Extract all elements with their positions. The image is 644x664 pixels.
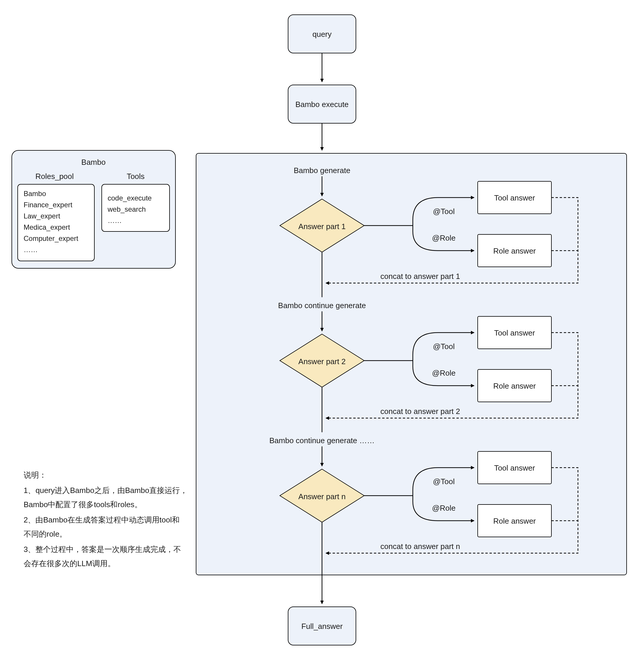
tool-item-0: code_execute: [108, 194, 151, 202]
at-role-label-n: @Role: [432, 504, 456, 513]
concat-label-n: concat to answer part n: [380, 542, 460, 551]
main-panel: [196, 153, 627, 575]
tool-item-2: ……: [108, 216, 122, 224]
flowchart-diagram: query Bambo execute Bambo generate Answe…: [0, 0, 644, 664]
bambo-generate-label-2: Bambo continue generate: [278, 301, 366, 310]
full-answer-label: Full_answer: [302, 622, 343, 631]
explanation-title: 说明：: [24, 471, 47, 479]
at-role-label-1: @Role: [432, 233, 456, 242]
role-answer-label-n: Role answer: [493, 517, 536, 525]
concat-label-2: concat to answer part 2: [380, 407, 460, 416]
tool-answer-label-2: Tool answer: [494, 329, 535, 337]
explanation-line2: 2、由Bambo在生成答案过程中动态调用tool和: [24, 515, 180, 524]
bambo-title: Bambo: [81, 158, 106, 167]
explanation-line3b: 会存在很多次的LLM调用。: [24, 559, 115, 568]
bambo-generate-label-n: Bambo continue generate ……: [270, 436, 375, 445]
tool-item-1: web_search: [107, 205, 146, 213]
role-item-3: Medica_expert: [24, 223, 70, 231]
roles-pool-title: Roles_pool: [35, 172, 74, 181]
explanation-line1b: Bambo中配置了很多tools和roles。: [24, 500, 142, 509]
at-tool-label-n: @Tool: [433, 477, 455, 486]
bambo-generate-label-1: Bambo generate: [294, 166, 350, 175]
role-answer-label-1: Role answer: [493, 247, 536, 255]
answer-part-n-label: Answer part n: [298, 492, 346, 501]
role-item-4: Computer_expert: [24, 234, 79, 242]
tool-answer-label-n: Tool answer: [494, 463, 535, 472]
at-tool-label-1: @Tool: [433, 207, 455, 216]
at-role-label-2: @Role: [432, 369, 456, 377]
role-item-0: Bambo: [24, 190, 46, 198]
concat-label-1: concat to answer part 1: [380, 272, 460, 281]
explanation-line2b: 不同的role。: [24, 530, 67, 538]
query-label: query: [312, 30, 331, 39]
tools-title: Tools: [127, 172, 145, 181]
at-tool-label-2: @Tool: [433, 342, 455, 351]
role-answer-label-2: Role answer: [493, 381, 536, 390]
answer-part-1-label: Answer part 1: [298, 222, 346, 231]
tool-answer-label-1: Tool answer: [494, 193, 535, 202]
role-item-2: Law_expert: [24, 212, 60, 220]
role-item-5: ……: [24, 246, 38, 253]
role-item-1: Finance_expert: [24, 201, 72, 209]
explanation-line3: 3、整个过程中，答案是一次顺序生成完成，不: [24, 545, 181, 554]
bambo-execute-label: Bambo execute: [295, 100, 349, 109]
explanation-line1: 1、query进入Bambo之后，由Bambo直接运行，: [24, 486, 188, 495]
answer-part-2-label: Answer part 2: [298, 357, 346, 366]
